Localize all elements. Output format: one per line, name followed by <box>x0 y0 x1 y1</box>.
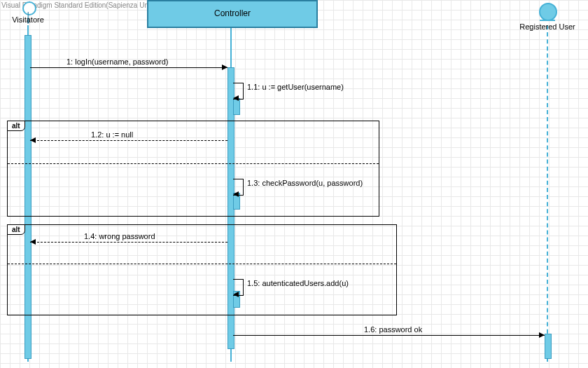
fragment-alt-1-divider <box>8 163 379 164</box>
arrowhead-m12 <box>30 137 36 143</box>
fragment-alt-1-label: alt <box>7 121 25 131</box>
activation-registered <box>545 334 552 359</box>
arrowhead-m16 <box>539 332 545 338</box>
participant-controller: Controller <box>147 0 318 28</box>
sequence-diagram-canvas: Visual Paradigm Standard Edition(Sapienz… <box>0 0 588 368</box>
arrowhead-m15 <box>233 292 239 297</box>
fragment-alt-2-divider <box>8 264 396 264</box>
arrow-m12 <box>30 140 227 142</box>
participant-controller-label: Controller <box>214 8 251 18</box>
fragment-alt-1: alt <box>7 121 379 217</box>
message-m14: 1.4: wrong password <box>84 232 155 240</box>
fragment-alt-2: alt <box>7 224 397 315</box>
message-m16: 1.6: password ok <box>364 325 422 334</box>
arrowhead-m11 <box>233 95 239 101</box>
arrow-m14 <box>30 242 227 243</box>
arrowhead-m13 <box>233 191 239 197</box>
message-m13: 1.3: checkPassword(u, password) <box>247 179 363 187</box>
actor-registered-baseline <box>540 20 555 21</box>
message-m1: 1: logIn(username, password) <box>66 57 169 66</box>
message-m11: 1.1: u := getUser(username) <box>247 83 344 91</box>
fragment-alt-2-label: alt <box>7 224 25 235</box>
arrow-m16 <box>233 335 545 336</box>
lifeline-registered <box>547 25 550 362</box>
actor-registered-label: Registered User <box>519 22 575 31</box>
message-m15: 1.5: autenticatedUsers.add(u) <box>247 279 349 287</box>
arrow-m1 <box>30 67 227 68</box>
actor-visitor-label: Visitatore <box>12 15 44 24</box>
arrowhead-m1 <box>222 64 227 70</box>
actor-registered-head <box>539 3 557 21</box>
message-m12: 1.2: u := null <box>91 130 133 139</box>
arrowhead-m14 <box>30 239 36 245</box>
